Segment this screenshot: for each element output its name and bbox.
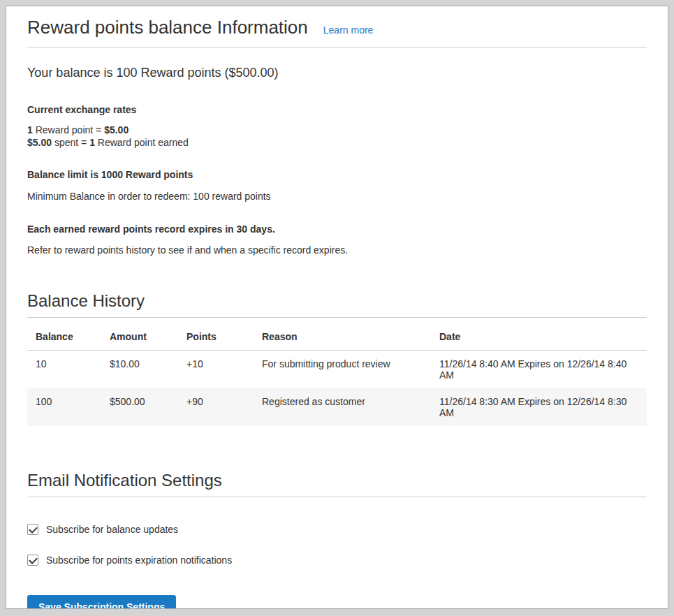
exchange-rate-line-1: 1 Reward point = $5.00 — [27, 124, 647, 136]
table-row: 100 $500.00 +90 Registered as customer 1… — [27, 388, 647, 426]
cell-reason: For submitting product review — [254, 351, 431, 389]
table-row: 10 $10.00 +10 For submitting product rev… — [27, 351, 647, 389]
exchange-rates-heading: Current exchange rates — [27, 104, 647, 115]
balance-limit-text: Balance limit is 1000 Reward points — [27, 168, 647, 181]
column-header-points: Points — [178, 323, 254, 351]
exchange-rates-block: 1 Reward point = $5.00 $5.00 spent = 1 R… — [27, 124, 647, 149]
cell-reason: Registered as customer — [254, 388, 431, 426]
expiration-notifications-checkbox[interactable] — [27, 555, 38, 566]
balance-updates-checkbox[interactable] — [27, 524, 38, 535]
balance-updates-option: Subscribe for balance updates — [27, 524, 647, 535]
reward-points-page: Reward points balance Information Learn … — [6, 6, 668, 609]
rate-points-value: 1 — [27, 124, 33, 135]
cell-date: 11/26/14 8:30 AM Expires on 12/26/14 8:3… — [431, 388, 647, 426]
cell-points: +90 — [178, 388, 254, 426]
column-header-date: Date — [431, 323, 647, 351]
exchange-rate-line-2: $5.00 spent = 1 Reward point earned — [27, 136, 647, 149]
minimum-balance-text: Minimum Balance in order to redeem: 100 … — [27, 190, 647, 203]
column-header-balance: Balance — [27, 323, 101, 351]
earned-points-value: 1 — [89, 137, 95, 148]
expiration-notifications-option: Subscribe for points expiration notifica… — [27, 555, 647, 566]
balance-updates-label[interactable]: Subscribe for balance updates — [46, 524, 178, 535]
cell-points: +10 — [178, 351, 254, 389]
cell-amount: $10.00 — [101, 351, 178, 389]
rate-currency-value: $5.00 — [104, 124, 129, 135]
expiration-note: Refer to reward points history to see if… — [27, 244, 647, 256]
balance-summary: Your balance is 100 Reward points ($500.… — [27, 66, 647, 81]
learn-more-link[interactable]: Learn more — [323, 24, 374, 36]
save-subscription-settings-button[interactable]: Save Subscription Settings — [27, 595, 176, 609]
balance-history-table: Balance Amount Points Reason Date 10 $10… — [27, 323, 647, 426]
table-header-row: Balance Amount Points Reason Date — [27, 323, 647, 351]
balance-history-heading: Balance History — [27, 291, 647, 318]
email-settings-heading: Email Notification Settings — [27, 471, 647, 497]
expiration-notifications-label[interactable]: Subscribe for points expiration notifica… — [46, 555, 232, 566]
cell-date: 11/26/14 8:40 AM Expires on 12/26/14 8:4… — [431, 351, 647, 389]
page-header: Reward points balance Information Learn … — [27, 17, 647, 47]
column-header-reason: Reason — [254, 323, 431, 351]
cell-amount: $500.00 — [101, 388, 178, 426]
cell-balance: 100 — [27, 388, 101, 426]
cell-balance: 10 — [27, 351, 101, 389]
expiration-heading: Each earned reward points record expires… — [27, 223, 647, 235]
page-title: Reward points balance Information — [27, 17, 308, 38]
column-header-amount: Amount — [101, 323, 178, 351]
spend-currency-value: $5.00 — [27, 137, 52, 148]
